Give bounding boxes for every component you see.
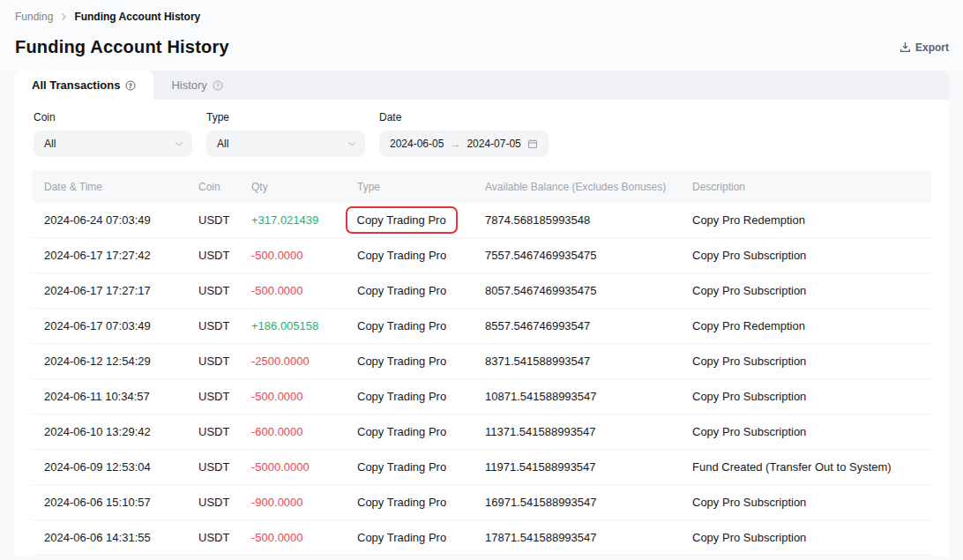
cell-balance: 7874.568185993548	[473, 213, 680, 227]
breadcrumb-funding-link[interactable]: Funding	[15, 11, 53, 23]
table-row: 2024-06-12 12:54:29 USDT -2500.0000 Copy…	[32, 344, 931, 379]
cell-coin: USDT	[186, 496, 239, 509]
cell-type: Copy Trading Pro	[345, 206, 473, 234]
cell-type: Copy Trading Pro	[345, 531, 473, 544]
tab-strip: All Transactions ? History ?	[14, 71, 949, 100]
coin-select-value: All	[44, 138, 56, 150]
svg-text:?: ?	[129, 81, 132, 89]
date-end-value[interactable]: 2024-07-05	[467, 138, 520, 150]
transactions-table: Date & Time Coin Qty Type Available Bala…	[32, 170, 931, 556]
cell-datetime: 2024-06-09 12:53:04	[32, 460, 186, 474]
date-range-picker[interactable]: 2024-06-05 → 2024-07-05	[379, 131, 549, 157]
export-button[interactable]: Export	[900, 41, 949, 54]
type-filter: Type All	[206, 111, 365, 157]
cell-coin: USDT	[186, 355, 239, 368]
coin-filter-label: Coin	[34, 111, 192, 123]
cell-type: Copy Trading Pro	[345, 319, 473, 332]
cell-type: Copy Trading Pro	[345, 425, 473, 438]
cell-datetime: 2024-06-06 15:10:57	[32, 496, 186, 509]
cell-balance: 8557.546746993547	[473, 319, 680, 332]
arrow-right-icon: →	[450, 138, 460, 150]
chevron-right-icon	[59, 12, 68, 21]
date-start-value[interactable]: 2024-06-05	[390, 138, 444, 150]
cell-coin: USDT	[186, 390, 239, 403]
cell-qty: -900.0000	[239, 496, 345, 509]
cell-coin: USDT	[186, 460, 239, 474]
cell-balance: 16971.541588993547	[473, 496, 680, 509]
page-header: Funding Funding Account History Funding …	[0, 0, 963, 71]
cell-balance: 10871.541588993547	[473, 390, 680, 403]
table-row: 2024-06-06 15:10:57 USDT -900.0000 Copy …	[32, 485, 931, 520]
cell-qty: -500.0000	[239, 284, 345, 297]
cell-coin: USDT	[186, 213, 239, 227]
cell-description: Copy Pro Subscription	[680, 496, 931, 509]
cell-description: Copy Pro Redemption	[680, 319, 931, 332]
type-select[interactable]: All	[206, 131, 365, 157]
help-icon[interactable]: ?	[125, 80, 136, 91]
cell-description: Copy Pro Subscription	[680, 390, 931, 403]
table-row: 2024-06-17 17:27:17 USDT -500.0000 Copy …	[32, 273, 931, 309]
cell-description: Copy Pro Subscription	[680, 249, 931, 262]
cell-datetime: 2024-06-10 13:29:42	[32, 425, 186, 438]
table-header-row: Date & Time Coin Qty Type Available Bala…	[32, 170, 931, 203]
page-title: Funding Account History	[15, 37, 229, 57]
tab-label: History	[171, 78, 206, 92]
cell-datetime: 2024-06-11 10:34:57	[32, 390, 186, 403]
table-row: 2024-06-06 14:31:55 USDT -500.0000 Copy …	[32, 520, 931, 556]
cell-datetime: 2024-06-17 07:03:49	[32, 319, 186, 332]
column-header-type: Type	[345, 181, 473, 193]
export-download-icon	[900, 41, 911, 53]
table-row: 2024-06-10 13:29:42 USDT -600.0000 Copy …	[32, 414, 931, 450]
tab-label: All Transactions	[32, 78, 120, 92]
table-body: 2024-06-24 07:03:49 USDT +317.021439 Cop…	[32, 203, 931, 556]
cell-balance: 8371.541588993547	[473, 355, 680, 368]
cell-coin: USDT	[186, 425, 239, 438]
cell-type: Copy Trading Pro	[345, 355, 473, 368]
table-row: 2024-06-09 12:53:04 USDT -5000.0000 Copy…	[32, 450, 931, 485]
date-filter: Date 2024-06-05 → 2024-07-05	[379, 111, 549, 157]
tab-all-transactions[interactable]: All Transactions ?	[14, 71, 153, 100]
cell-type: Copy Trading Pro	[345, 460, 473, 474]
cell-description: Copy Pro Subscription	[680, 425, 931, 438]
cell-coin: USDT	[186, 249, 239, 262]
export-label: Export	[915, 41, 949, 54]
help-icon[interactable]: ?	[213, 80, 223, 91]
cell-qty: -600.0000	[239, 425, 345, 438]
cell-description: Fund Created (Transfer Out to System)	[680, 460, 931, 474]
cell-type: Copy Trading Pro	[345, 249, 473, 262]
annotation-highlight-box: Copy Trading Pro	[346, 206, 458, 234]
cell-balance: 17871.541588993547	[473, 531, 680, 544]
coin-select[interactable]: All	[34, 131, 192, 157]
cell-datetime: 2024-06-17 17:27:17	[32, 284, 186, 297]
table-row: 2024-06-24 07:03:49 USDT +317.021439 Cop…	[32, 203, 931, 238]
chevron-down-icon	[347, 139, 356, 148]
column-header-description: Description	[680, 181, 931, 193]
cell-type: Copy Trading Pro	[345, 496, 473, 509]
column-header-balance: Available Balance (Excludes Bonuses)	[473, 181, 680, 193]
filter-bar: Coin All Type All Date	[14, 100, 949, 170]
tab-history[interactable]: History ?	[153, 71, 240, 100]
column-header-qty: Qty	[239, 181, 345, 193]
content-panel: Coin All Type All Date	[14, 100, 949, 556]
cell-coin: USDT	[186, 284, 239, 297]
breadcrumb-current: Funding Account History	[74, 11, 200, 23]
cell-description: Copy Pro Subscription	[680, 284, 931, 297]
cell-datetime: 2024-06-17 17:27:42	[32, 249, 186, 262]
cell-coin: USDT	[186, 319, 239, 332]
cell-datetime: 2024-06-12 12:54:29	[32, 355, 186, 368]
breadcrumb: Funding Funding Account History	[15, 11, 949, 23]
table-row: 2024-06-17 07:03:49 USDT +186.005158 Cop…	[32, 309, 931, 344]
cell-description: Copy Pro Subscription	[680, 355, 931, 368]
type-select-value: All	[217, 138, 228, 150]
cell-qty: +186.005158	[239, 319, 345, 332]
table-row: 2024-06-17 17:27:42 USDT -500.0000 Copy …	[32, 238, 931, 273]
date-filter-label: Date	[379, 111, 549, 123]
cell-description: Copy Pro Redemption	[680, 213, 931, 227]
cell-qty: -2500.0000	[239, 355, 345, 368]
cell-datetime: 2024-06-24 07:03:49	[32, 213, 186, 227]
cell-type: Copy Trading Pro	[345, 390, 473, 403]
table-row: 2024-06-11 10:34:57 USDT -500.0000 Copy …	[32, 379, 931, 414]
column-header-datetime: Date & Time	[32, 181, 186, 193]
calendar-icon	[527, 138, 538, 149]
column-header-coin: Coin	[186, 181, 239, 193]
